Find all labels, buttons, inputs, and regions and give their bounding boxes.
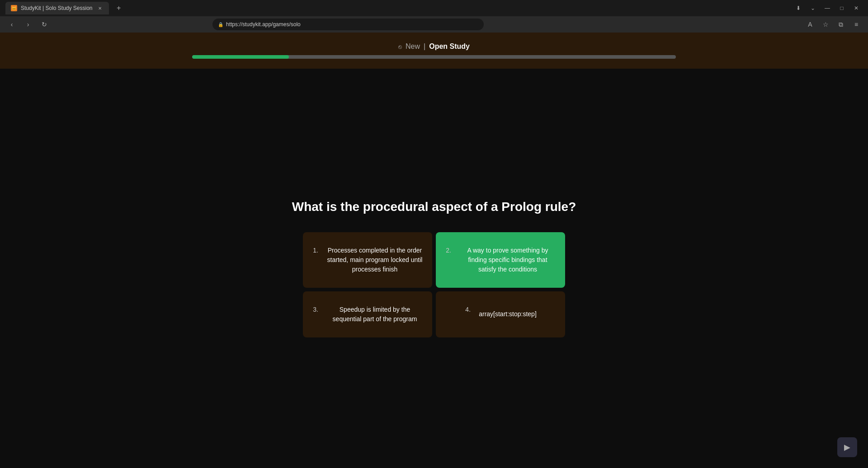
chat-button[interactable]: ▶ <box>837 437 857 457</box>
main-content: What is the procedural aspect of a Prolo… <box>0 69 868 468</box>
progress-bar-fill <box>192 55 289 59</box>
toolbar-actions: A ☆ ⧉ ≡ <box>804 18 863 31</box>
app-header: ‹ ⎋ New | Open Study <box>0 33 868 69</box>
download-button[interactable]: ⬇ <box>792 2 805 14</box>
forward-nav-button[interactable]: › <box>22 18 34 31</box>
answer-text-3: Speedup is limited by the sequential par… <box>326 305 423 324</box>
answer-text-1: Processes completed in the order started… <box>326 246 423 274</box>
tab-close-button[interactable]: ✕ <box>96 5 104 12</box>
profile-button[interactable]: A <box>804 18 816 31</box>
new-tab-button[interactable]: + <box>113 2 125 14</box>
back-nav-button[interactable]: ‹ <box>5 18 18 31</box>
answer-card-4[interactable]: 4. array[start:stop:step] <box>436 291 565 337</box>
window-close-button[interactable]: ✕ <box>850 2 863 14</box>
chevron-button[interactable]: ⌄ <box>807 2 819 14</box>
browser-chrome: 🐱 StudyKit | Solo Study Session ✕ + ⬇ ⌄ … <box>0 0 868 33</box>
refresh-button[interactable]: ↻ <box>38 18 51 31</box>
progress-bar-container <box>192 55 676 59</box>
address-bar[interactable]: 🔒 https://studykit.app/games/solo <box>212 19 484 30</box>
answer-number-3: 3. <box>312 305 319 313</box>
answer-card-2[interactable]: 2. A way to prove something by finding s… <box>436 232 565 288</box>
header-top: ⎋ New | Open Study <box>398 42 470 51</box>
header-title: Open Study <box>429 42 470 51</box>
header-new-label: New <box>406 42 420 51</box>
menu-button[interactable]: ≡ <box>850 18 863 31</box>
answer-card-1[interactable]: 1. Processes completed in the order star… <box>303 232 432 288</box>
chat-icon: ▶ <box>844 442 850 452</box>
browser-tab[interactable]: 🐱 StudyKit | Solo Study Session ✕ <box>5 2 109 14</box>
answer-number-1: 1. <box>312 246 319 254</box>
browser-titlebar: 🐱 StudyKit | Solo Study Session ✕ + ⬇ ⌄ … <box>0 0 868 16</box>
answer-text-2: A way to prove something by finding spec… <box>459 246 556 274</box>
extensions-button[interactable]: ⧉ <box>835 18 847 31</box>
tab-title: StudyKit | Solo Study Session <box>21 5 93 11</box>
restore-button[interactable]: □ <box>835 2 848 14</box>
lock-icon: 🔒 <box>218 22 223 27</box>
minimize-button[interactable]: — <box>821 2 834 14</box>
answer-number-2: 2. <box>445 246 452 254</box>
bookmark-button[interactable]: ☆ <box>819 18 832 31</box>
browser-toolbar: ‹ › ↻ 🔒 https://studykit.app/games/solo … <box>0 16 868 33</box>
url-text: https://studykit.app/games/solo <box>226 21 301 28</box>
answer-text-4: array[start:stop:step] <box>479 309 537 319</box>
question-text: What is the procedural aspect of a Prolo… <box>292 200 576 214</box>
answer-number-4: 4. <box>464 305 472 313</box>
answer-card-3[interactable]: 3. Speedup is limited by the sequential … <box>303 291 432 337</box>
header-icon: ⎋ <box>398 43 402 50</box>
answers-grid: 1. Processes completed in the order star… <box>303 232 565 337</box>
header-separator: | <box>424 42 425 51</box>
window-controls: ⬇ ⌄ — □ ✕ <box>792 2 863 14</box>
tab-favicon: 🐱 <box>11 5 17 11</box>
